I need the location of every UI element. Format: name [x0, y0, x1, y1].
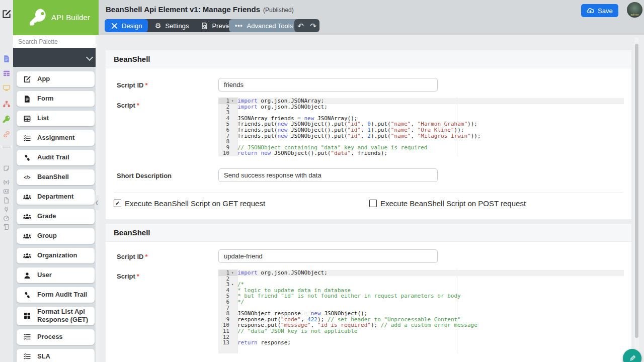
users-icon — [23, 213, 31, 221]
users-icon — [23, 232, 31, 240]
palette-item-process[interactable]: Process — [17, 329, 95, 345]
palette-item-beanshell[interactable]: </>BeanShell — [17, 169, 95, 185]
api-builder-icon[interactable] — [3, 115, 11, 123]
api-builder-logo: API Builder — [13, 0, 99, 35]
line-number: 8 — [218, 311, 229, 317]
script-id-input[interactable] — [218, 78, 438, 92]
palette-item-label: Organization — [37, 251, 77, 259]
code-line[interactable]: 11// "data" JSON key is not applicable — [218, 328, 624, 334]
palette-item-label: Group — [37, 232, 57, 240]
builder-icon-rail: {x} — [0, 0, 13, 362]
undo-icon[interactable]: ↶ — [297, 22, 304, 30]
execute-on-get-checkbox[interactable]: ✓Execute BeanShell Script on GET request — [114, 199, 265, 208]
palette-item-sla[interactable]: SLA — [17, 349, 95, 362]
process-builder-icon[interactable] — [3, 100, 11, 108]
checkbox-label: Execute BeanShell Script on GET request — [125, 199, 265, 208]
preview-icon — [201, 22, 208, 30]
code-line[interactable]: 10return new JSONObject().put("data", fr… — [218, 150, 624, 156]
palette-item-audit-trail[interactable]: Audit Trail — [17, 150, 95, 165]
fold-arrow-icon — [229, 340, 235, 346]
search-palette-input[interactable] — [13, 35, 99, 48]
doc-filled-icon — [23, 95, 31, 103]
edit-note-icon[interactable] — [2, 9, 12, 19]
code-line[interactable]: 5* but friend "id" is not found either i… — [218, 293, 624, 299]
palette-item-list[interactable]: List — [17, 111, 95, 126]
checkbox-icon[interactable]: ✓ — [114, 200, 121, 207]
resources-icon[interactable] — [3, 130, 11, 138]
palette-item-format-list-api-response-get[interactable]: Format List Api Response (GET) — [17, 307, 95, 325]
fold-arrow-icon[interactable]: ▾ — [229, 98, 235, 104]
performance-icon[interactable] — [3, 215, 10, 222]
user-avatar[interactable]: admin — [627, 2, 642, 18]
scrollbar-thumb[interactable] — [635, 44, 638, 338]
beanshell-element-panel-2: BeanShell Script ID* Script* 1▾import or… — [106, 224, 631, 362]
script-id-input[interactable] — [218, 249, 438, 263]
checklist-icon — [23, 333, 31, 341]
code-line[interactable]: 13return response; — [218, 340, 624, 346]
palette-item-group[interactable]: Group — [17, 228, 95, 244]
advanced-tools-label: Advanced Tools — [247, 22, 293, 30]
code-line[interactable]: 7friends.put(new JSONObject().put("id", … — [218, 133, 624, 139]
execute-on-post-checkbox[interactable]: Execute BeanShell Script on POST request — [369, 199, 526, 208]
save-label: Save — [598, 7, 613, 15]
section-header: BeanShell — [106, 224, 631, 242]
palette-category-dropdown[interactable] — [13, 48, 99, 67]
top-bar: BeanShell Api Element v1: Manage Friends… — [99, 0, 644, 35]
fold-arrow-icon — [229, 305, 235, 311]
checkbox-icon[interactable] — [369, 200, 377, 207]
palette-collapse-handle[interactable]: ❮ — [95, 195, 99, 210]
script-code-editor[interactable]: 1▾import org.json.JSONArray;2import org.… — [218, 97, 624, 156]
code-line[interactable]: 6*/ — [218, 299, 624, 305]
form-builder-icon[interactable] — [3, 55, 11, 63]
script-label: Script* — [117, 102, 139, 109]
code-text: return new JSONObject().put("data", frie… — [235, 150, 387, 156]
fold-arrow-icon[interactable]: ▾ — [229, 270, 235, 276]
footprints-icon — [23, 291, 31, 299]
notes-icon[interactable] — [3, 165, 10, 171]
fold-arrow-icon — [229, 276, 235, 282]
variables-icon[interactable]: {x} — [3, 178, 10, 185]
list-builder-icon[interactable] — [3, 69, 11, 77]
table-icon — [23, 115, 31, 123]
fold-arrow-icon — [229, 288, 235, 294]
palette-item-label: Grade — [37, 212, 56, 220]
save-button[interactable]: Save — [581, 4, 618, 17]
fold-arrow-icon[interactable]: ▾ — [229, 282, 235, 288]
code-line[interactable]: 2import org.json.JSONObject; — [218, 104, 624, 110]
script-id-label: Script ID* — [117, 253, 148, 260]
palette-item-form[interactable]: Form — [17, 91, 95, 107]
tab-label: Design — [122, 22, 142, 30]
scroll-icon[interactable] — [3, 224, 10, 230]
line-number: 8 — [218, 139, 229, 145]
plugin-icon[interactable] — [3, 206, 10, 213]
palette-item-label: Process — [37, 333, 63, 341]
code-line[interactable]: 1▾import org.json.JSONObject; — [218, 270, 624, 276]
tab-settings[interactable]: ⚙Settings — [148, 19, 195, 32]
palette-item-app[interactable]: App — [17, 71, 95, 87]
localization-icon[interactable] — [3, 188, 10, 195]
fold-arrow-icon — [229, 311, 235, 317]
palette-item-user[interactable]: User — [17, 267, 95, 283]
palette-item-grade[interactable]: Grade — [17, 209, 95, 224]
code-line[interactable]: 1▾import org.json.JSONArray; — [218, 98, 624, 104]
palette-item-assignment[interactable]: Assignment — [17, 130, 95, 146]
userview-builder-icon[interactable] — [3, 84, 11, 92]
palette-item-department[interactable]: Department — [17, 189, 95, 205]
published-badge: (Published) — [263, 7, 294, 14]
palette-item-form-audit-trail[interactable]: Form Audit Trail — [17, 287, 95, 303]
fold-arrow-icon — [229, 139, 235, 145]
key-icon — [29, 8, 47, 26]
gear-icon: ⚙ — [154, 22, 162, 30]
palette-item-label: User — [37, 271, 52, 279]
short-description-input[interactable] — [218, 168, 438, 182]
redo-icon[interactable]: ↷ — [310, 22, 316, 30]
palette-item-organization[interactable]: Organization — [17, 248, 95, 263]
document-icon[interactable] — [3, 197, 10, 204]
fold-arrow-icon — [229, 116, 235, 122]
page-scrollbar[interactable] — [634, 38, 639, 362]
script-code-editor[interactable]: 1▾import org.json.JSONObject;2 3▾/*4* lo… — [218, 269, 624, 353]
tab-design[interactable]: Design — [105, 19, 148, 32]
advanced-tools-button[interactable]: ••• Advanced Tools — [229, 19, 299, 32]
code-line[interactable]: 2 — [218, 276, 624, 282]
line-number: 1 — [218, 98, 229, 104]
